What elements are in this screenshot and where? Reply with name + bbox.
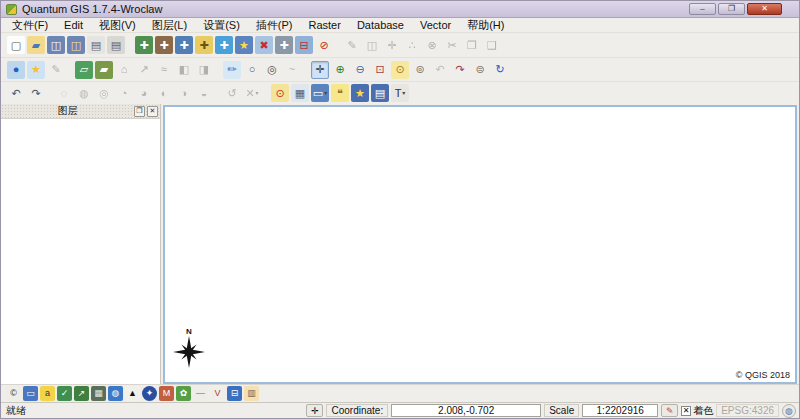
dropdown-arrow-icon[interactable]: ▾ bbox=[256, 90, 259, 96]
dxf2shp-icon[interactable]: — bbox=[193, 386, 208, 401]
zoom-to-selection-icon[interactable]: ⊙ bbox=[391, 61, 409, 79]
raster-calculator-icon[interactable]: ▦ bbox=[91, 386, 106, 401]
menu-item-raster[interactable]: Raster bbox=[300, 18, 348, 32]
trash-layer-icon[interactable]: ⊟ bbox=[295, 36, 313, 54]
layers-panel-body[interactable] bbox=[1, 118, 160, 384]
remove-layer-icon[interactable]: ✖ bbox=[255, 36, 273, 54]
add-wms-layer-icon[interactable]: ✚ bbox=[215, 36, 233, 54]
layers-panel-header[interactable]: 图层 ❐ ✕ bbox=[1, 104, 160, 118]
save-project-icon[interactable]: ◫ bbox=[47, 36, 65, 54]
select-circle-icon[interactable]: ○ bbox=[243, 61, 261, 79]
pan-map-icon[interactable]: ✛ bbox=[311, 61, 329, 79]
redo-icon[interactable]: ↷ bbox=[27, 84, 45, 102]
composer-manager-icon[interactable]: ▤ bbox=[107, 36, 125, 54]
new-bookmark-icon[interactable]: ★ bbox=[351, 84, 369, 102]
capture-line-icon[interactable]: ▱ bbox=[75, 61, 93, 79]
copyright-label: © QGIS 2018 bbox=[736, 370, 790, 380]
menu-bar: 文件(F)Edit视图(V)图层(L)设置(S)插件(P)RasterDatab… bbox=[1, 18, 799, 33]
interpolation-icon[interactable]: V bbox=[210, 386, 225, 401]
status-ready-label: 就绪 bbox=[4, 404, 26, 418]
close-button[interactable]: ✕ bbox=[747, 3, 782, 15]
identify-features-icon[interactable]: ⊙ bbox=[271, 84, 289, 102]
main-area: 图层 ❐ ✕ N © QGIS 2018 bbox=[1, 104, 799, 384]
zoom-in-icon[interactable]: ⊕ bbox=[331, 61, 349, 79]
panel-close-button[interactable]: ✕ bbox=[147, 106, 158, 117]
menu-item-view[interactable]: 视图(V) bbox=[91, 18, 144, 32]
mapserver-export-icon[interactable]: M bbox=[159, 386, 174, 401]
measure-sketch-icon[interactable]: ✏ bbox=[223, 61, 241, 79]
new-shapefile-layer-icon[interactable]: ★ bbox=[235, 36, 253, 54]
menu-item-edit[interactable]: Edit bbox=[56, 18, 91, 32]
new-project-icon[interactable]: ▢ bbox=[7, 36, 25, 54]
export-layer-icon[interactable]: ↗ bbox=[74, 386, 89, 401]
ftools-icon[interactable]: ✓ bbox=[57, 386, 72, 401]
scale-bar-icon[interactable]: ▭ bbox=[23, 386, 38, 401]
zoom-next-icon[interactable]: ↷ bbox=[451, 61, 469, 79]
capture-polygon-icon[interactable]: ▰ bbox=[95, 61, 113, 79]
menu-item-database[interactable]: Database bbox=[349, 18, 412, 32]
refresh-map-icon[interactable]: ↻ bbox=[491, 61, 509, 79]
menu-item-plugins[interactable]: 插件(P) bbox=[248, 18, 301, 32]
status-bar: 就绪 ✛ Coordinate: Scale ✎ ✕ 着色 EPSG:4326 … bbox=[1, 402, 799, 418]
zoom-full-icon[interactable]: ⊡ bbox=[371, 61, 389, 79]
capture-point-icon[interactable]: ● bbox=[7, 61, 25, 79]
dropdown-arrow-icon[interactable]: ▾ bbox=[402, 90, 405, 96]
add-raster-layer-icon[interactable]: ✚ bbox=[155, 36, 173, 54]
measure-line-icon[interactable]: ▭▾ bbox=[311, 84, 329, 102]
text-annotation-icon[interactable]: T▾ bbox=[391, 84, 409, 102]
map-tips-icon[interactable]: ❝ bbox=[331, 84, 349, 102]
render-brush-icon[interactable]: ✎ bbox=[661, 404, 678, 417]
leaf-plugin-icon[interactable]: ✿ bbox=[176, 386, 191, 401]
overview-panel-icon: ◧ bbox=[175, 61, 193, 79]
zoom-actual-icon[interactable]: ⊜ bbox=[471, 61, 489, 79]
toolbar-separator bbox=[214, 61, 222, 77]
copyright-label-icon[interactable]: © bbox=[6, 386, 21, 401]
render-checkbox[interactable]: ✕ 着色 bbox=[681, 404, 713, 418]
menu-item-settings[interactable]: 设置(S) bbox=[195, 18, 248, 32]
menu-item-vector[interactable]: Vector bbox=[412, 18, 459, 32]
add-part-icon: ◎ bbox=[95, 84, 113, 102]
zoom-out-icon[interactable]: ⊖ bbox=[351, 61, 369, 79]
undo-icon[interactable]: ↶ bbox=[7, 84, 25, 102]
toggle-editing-icon: ✎ bbox=[343, 36, 361, 54]
labeling-icon[interactable]: a bbox=[40, 386, 55, 401]
open-project-icon[interactable]: ▰ bbox=[27, 36, 45, 54]
minimize-button[interactable]: – bbox=[689, 3, 716, 15]
menu-item-help[interactable]: 帮助(H) bbox=[459, 18, 512, 32]
toolbar-separator bbox=[262, 85, 270, 100]
crs-status-icon[interactable]: ◍ bbox=[782, 404, 796, 418]
add-vector-layer-icon[interactable]: ✚ bbox=[135, 36, 153, 54]
title-bar[interactable]: Quantum GIS 1.7.4-Wroclaw –❐✕ bbox=[1, 1, 799, 18]
georeferencer-icon[interactable]: ▥ bbox=[244, 386, 259, 401]
road-graph-icon[interactable]: ⊟ bbox=[227, 386, 242, 401]
show-bookmarks-icon[interactable]: ▤ bbox=[371, 84, 389, 102]
north-arrow-plugin-icon[interactable]: ✦ bbox=[142, 386, 157, 401]
menu-item-file[interactable]: 文件(F) bbox=[4, 18, 56, 32]
scale-input[interactable] bbox=[582, 404, 658, 417]
attribute-table-icon[interactable]: ▦ bbox=[291, 84, 309, 102]
globe-icon[interactable]: ◍ bbox=[108, 386, 123, 401]
profile-tool-icon[interactable]: ▲ bbox=[125, 386, 140, 401]
save-project-as-icon[interactable]: ◫ bbox=[67, 36, 85, 54]
qgis-window: Quantum GIS 1.7.4-Wroclaw –❐✕ 文件(F)Edit视… bbox=[0, 0, 800, 419]
north-arrow: N bbox=[171, 328, 207, 370]
zoom-to-layer-icon[interactable]: ⊚ bbox=[411, 61, 429, 79]
coordinate-input[interactable] bbox=[391, 404, 541, 417]
new-print-composer-icon[interactable]: ▤ bbox=[87, 36, 105, 54]
add-spatialite-layer-icon[interactable]: ✚ bbox=[195, 36, 213, 54]
star-annotation-icon[interactable]: ★ bbox=[27, 61, 45, 79]
select-ellipse-icon[interactable]: ◎ bbox=[263, 61, 281, 79]
menu-item-layer[interactable]: 图层(L) bbox=[144, 18, 195, 32]
add-ring-icon: ◍ bbox=[75, 84, 93, 102]
add-postgis-layer-icon[interactable]: ✚ bbox=[175, 36, 193, 54]
add-wfs-layer-icon[interactable]: ✚ bbox=[275, 36, 293, 54]
window-title: Quantum GIS 1.7.4-Wroclaw bbox=[22, 3, 162, 15]
panel-float-button[interactable]: ❐ bbox=[134, 106, 145, 117]
render-checkbox-label: 着色 bbox=[693, 404, 713, 418]
restore-button[interactable]: ❐ bbox=[718, 3, 745, 15]
disable-edit-icon[interactable]: ⊘ bbox=[315, 36, 333, 54]
rotate-point-symbols-icon: ↺ bbox=[223, 84, 241, 102]
map-canvas[interactable]: N © QGIS 2018 bbox=[163, 105, 797, 384]
extents-toggle-icon[interactable]: ✛ bbox=[306, 404, 323, 417]
dropdown-arrow-icon[interactable]: ▾ bbox=[324, 90, 327, 96]
